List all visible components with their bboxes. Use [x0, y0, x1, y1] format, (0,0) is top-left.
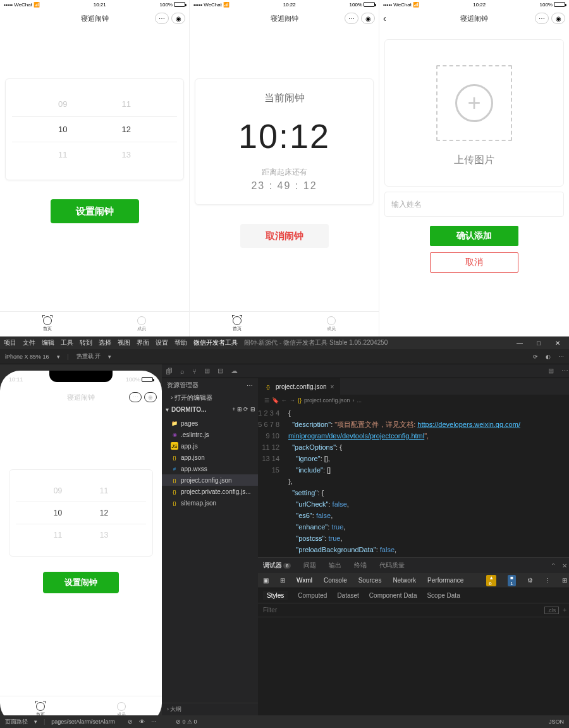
time-picker-card[interactable]: 0911 1012 1113: [5, 78, 184, 180]
menu-icon[interactable]: ⋯: [535, 13, 549, 24]
close-icon[interactable]: ◉: [551, 13, 565, 24]
style-tabs[interactable]: StylesComputedDatasetComponent DataScope…: [258, 588, 569, 603]
file-.eslintrc.js[interactable]: ◉.eslintrc.js: [162, 429, 258, 440]
page-title: 寝逅闹钟: [271, 14, 298, 23]
current-alarm-card: 当前闹钟 10:12 距离起床还有 23 : 49 : 12: [195, 78, 374, 205]
set-alarm-button[interactable]: 设置闹钟: [51, 199, 139, 223]
tab-members[interactable]: 成员: [81, 696, 162, 715]
menu-icon[interactable]: ⋯: [345, 13, 358, 24]
nav-bar: 寝逅闹钟 ⋯◉: [0, 9, 189, 28]
open-editors[interactable]: › 打开的编辑器: [162, 392, 258, 404]
tabbar: 首页 成员: [190, 311, 379, 336]
file-project.private.config.js...[interactable]: {}project.private.config.js...: [162, 486, 258, 497]
file-project.config.json[interactable]: {}project.config.json: [162, 474, 258, 486]
tab-home[interactable]: 首页: [190, 312, 284, 336]
tab-home[interactable]: 首页: [0, 696, 81, 715]
page-title: 寝逅闹钟: [460, 14, 488, 23]
close-tab-icon: ×: [331, 383, 334, 390]
simulator-frame[interactable]: 10:11100% 寝逅闹钟⋯◉ 0911 1012 1113 设置闹钟 首页 …: [0, 371, 162, 715]
page-title: 寝逅闹钟: [81, 14, 109, 23]
member-icon: [137, 316, 146, 325]
countdown-value: 23 : 49 : 12: [202, 180, 367, 192]
file-app.json[interactable]: {}app.json: [162, 452, 258, 463]
confirm-add-button[interactable]: 确认添加: [430, 226, 518, 246]
pause-icon: ◐: [546, 354, 551, 360]
upload-card: + 上传图片: [384, 39, 564, 187]
nav-bar: 寝逅闹钟 ⋯◉: [190, 9, 379, 28]
cancel-button[interactable]: 取消: [430, 252, 518, 273]
outline[interactable]: › 大纲: [162, 703, 258, 715]
menu-icon[interactable]: ⋯: [155, 13, 169, 24]
plus-icon: +: [455, 84, 493, 122]
phone-screen-2: ••••• WeChat📶 10:22 100% 寝逅闹钟 ⋯◉ 当前闹钟 10…: [190, 0, 379, 336]
breadcrumb[interactable]: ☰🔖←→ {}project.config.json›...: [258, 395, 569, 406]
status-bar: ••••• WeChat📶 10:21 100%: [0, 0, 189, 9]
file-sitemap.json[interactable]: {}sitemap.json: [162, 497, 258, 509]
editor-tab: {}project.config.json×: [258, 378, 340, 395]
editor-icon-bar[interactable]: 🗐⌕⑂⊞⊟☁ ⊞⋯: [162, 364, 569, 378]
refresh-icon: ⟳: [533, 354, 538, 360]
file-pages[interactable]: 📁pages: [162, 417, 258, 429]
clock-icon: [233, 316, 242, 325]
alarm-title: 当前闹钟: [202, 92, 367, 105]
debug-panel: 调试器6 问题输出终端代码质量 ⌃✕ ▣⊞ WxmlConsoleSources…: [258, 557, 569, 715]
window-controls[interactable]: —□✕: [512, 340, 565, 347]
alarm-time: 10:12: [202, 116, 367, 156]
phone-screen-1: ••••• WeChat📶 10:21 100% 寝逅闹钟 ⋯◉ 0911 10…: [0, 0, 190, 336]
editor-pane: {}project.config.json× ☰🔖←→ {}project.co…: [258, 378, 569, 715]
gear-icon: ⚙: [527, 577, 533, 584]
back-icon[interactable]: ‹: [383, 13, 386, 23]
phone-screen-3: ••••• WeChat📶 10:22 100% ‹ 寝逅闹钟 ⋯◉ + 上传图…: [379, 0, 569, 336]
maximize-icon: □: [531, 340, 546, 347]
nav-bar: ‹ 寝逅闹钟 ⋯◉: [379, 9, 569, 28]
tab-members[interactable]: 成员: [95, 312, 190, 336]
member-icon: [327, 316, 336, 325]
inspector-tabs[interactable]: ▣⊞ WxmlConsoleSourcesNetworkPerformance …: [258, 573, 569, 588]
simulator-panel: 10:11100% 寝逅闹钟⋯◉ 0911 1012 1113 设置闹钟 首页 …: [0, 364, 162, 715]
root-folder[interactable]: ▾DORMITO...+ ⊞ ⟳ ⊟: [162, 404, 258, 415]
status-bar: ••••• WeChat📶 10:22 100%: [379, 0, 569, 9]
menubar[interactable]: 项目文件编辑工具转到选择视图界面设置帮助微信开发者工具 闹钟-新源代 - 微信开…: [0, 336, 569, 349]
statusbar[interactable]: 页面路径▾|pages/setAlarm/setAlarm ⊘👁⋯ ⊘ 0 ⚠ …: [0, 715, 569, 728]
close-panel-icon: ✕: [562, 562, 567, 569]
file-app.wxss[interactable]: #app.wxss: [162, 463, 258, 474]
tab-members[interactable]: 成员: [284, 312, 379, 336]
status-bar: ••••• WeChat📶 10:22 100%: [190, 0, 379, 9]
more-icon: ⋯: [558, 354, 564, 360]
close-icon[interactable]: ◉: [361, 13, 375, 24]
file-explorer[interactable]: 资源管理器⋯ › 打开的编辑器 ▾DORMITO...+ ⊞ ⟳ ⊟ 📁page…: [162, 378, 258, 715]
cancel-alarm-button[interactable]: 取消闹钟: [240, 224, 329, 248]
set-alarm-button[interactable]: 设置闹钟: [43, 572, 119, 593]
code-editor[interactable]: 1 2 3 4 5 6 7 8 9 10 11 12 13 14 15 { "d…: [258, 406, 569, 557]
close-icon[interactable]: ◉: [171, 13, 185, 24]
clock-icon: [43, 316, 52, 325]
search-icon: ⌕: [180, 367, 185, 375]
upload-image-button[interactable]: +: [436, 65, 512, 141]
tabbar: 首页 成员: [0, 311, 189, 336]
files-icon: 🗐: [166, 367, 173, 375]
upload-label: 上传图片: [391, 154, 557, 167]
branch-icon: ⑂: [192, 367, 197, 375]
minimize-icon: —: [512, 340, 527, 347]
debug-tabs[interactable]: 调试器6 问题输出终端代码质量 ⌃✕: [258, 558, 569, 573]
wechat-devtools: 项目文件编辑工具转到选择视图界面设置帮助微信开发者工具 闹钟-新源代 - 微信开…: [0, 336, 569, 728]
editor-tabs[interactable]: {}project.config.json×: [258, 378, 569, 395]
filter-row[interactable]: Filter.cls+: [258, 603, 569, 617]
close-icon: ✕: [550, 340, 565, 347]
countdown-label: 距离起床还有: [202, 167, 367, 178]
name-input[interactable]: 输入姓名: [384, 192, 564, 217]
file-app.js[interactable]: JSapp.js: [162, 440, 258, 452]
tab-home[interactable]: 首页: [0, 312, 95, 336]
toolbar[interactable]: iPhone X 85% 16▾| 热重载 开▾ ⟳◐⋯: [0, 349, 569, 364]
eye-icon: 👁: [139, 719, 145, 725]
